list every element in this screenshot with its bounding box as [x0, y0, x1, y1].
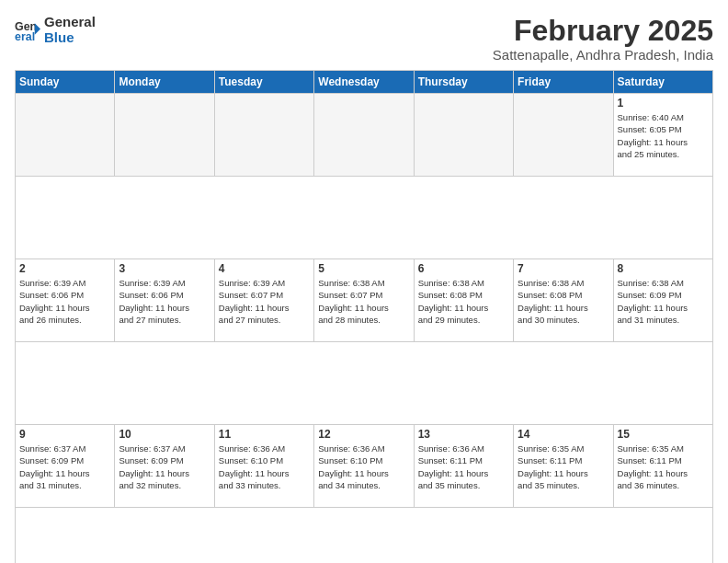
calendar-week-0: 1Sunrise: 6:40 AM Sunset: 6:05 PM Daylig… — [16, 94, 713, 177]
day-info: Sunrise: 6:39 AM Sunset: 6:06 PM Dayligh… — [19, 277, 110, 326]
day-number: 12 — [318, 428, 409, 441]
day-info: Sunrise: 6:40 AM Sunset: 6:05 PM Dayligh… — [618, 111, 709, 160]
logo-line1: General — [44, 15, 96, 30]
day-number: 8 — [618, 262, 709, 275]
logo-icon: Gen eral — [15, 17, 40, 43]
day-number: 4 — [219, 262, 310, 275]
calendar-header-row: SundayMondayTuesdayWednesdayThursdayFrid… — [16, 71, 713, 94]
calendar-cell: 12Sunrise: 6:36 AM Sunset: 6:10 PM Dayli… — [314, 425, 414, 508]
header-thursday: Thursday — [414, 71, 513, 94]
title-area: February 2025 Sattenapalle, Andhra Prade… — [493, 15, 713, 63]
month-title: February 2025 — [493, 15, 713, 47]
day-info: Sunrise: 6:39 AM Sunset: 6:07 PM Dayligh… — [219, 277, 310, 326]
header-saturday: Saturday — [613, 71, 712, 94]
day-number: 3 — [119, 262, 210, 275]
day-number: 11 — [219, 428, 310, 441]
day-info: Sunrise: 6:38 AM Sunset: 6:09 PM Dayligh… — [618, 277, 709, 326]
day-number: 1 — [618, 97, 709, 109]
header: Gen eral General Blue February 2025 Satt… — [15, 15, 713, 63]
calendar-cell: 8Sunrise: 6:38 AM Sunset: 6:09 PM Daylig… — [613, 259, 712, 342]
calendar-cell — [514, 94, 613, 177]
day-number: 13 — [418, 428, 509, 441]
day-number: 10 — [119, 428, 210, 441]
week-spacer — [16, 342, 713, 425]
calendar-week-2: 9Sunrise: 6:37 AM Sunset: 6:09 PM Daylig… — [16, 425, 713, 508]
calendar-cell: 5Sunrise: 6:38 AM Sunset: 6:07 PM Daylig… — [314, 259, 414, 342]
calendar-cell — [314, 94, 414, 177]
svg-text:eral: eral — [15, 29, 35, 42]
calendar-cell: 2Sunrise: 6:39 AM Sunset: 6:06 PM Daylig… — [16, 259, 115, 342]
calendar-cell: 4Sunrise: 6:39 AM Sunset: 6:07 PM Daylig… — [214, 259, 313, 342]
day-info: Sunrise: 6:38 AM Sunset: 6:08 PM Dayligh… — [418, 277, 509, 326]
calendar-cell: 6Sunrise: 6:38 AM Sunset: 6:08 PM Daylig… — [414, 259, 513, 342]
calendar-cell — [414, 94, 513, 177]
calendar-cell — [16, 94, 115, 177]
location-title: Sattenapalle, Andhra Pradesh, India — [493, 47, 713, 63]
calendar-cell: 13Sunrise: 6:36 AM Sunset: 6:11 PM Dayli… — [414, 425, 513, 508]
header-wednesday: Wednesday — [314, 71, 414, 94]
day-info: Sunrise: 6:35 AM Sunset: 6:11 PM Dayligh… — [518, 442, 609, 491]
day-info: Sunrise: 6:38 AM Sunset: 6:08 PM Dayligh… — [518, 277, 609, 326]
header-sunday: Sunday — [16, 71, 115, 94]
calendar-cell: 1Sunrise: 6:40 AM Sunset: 6:05 PM Daylig… — [613, 94, 712, 177]
day-number: 14 — [518, 428, 609, 441]
day-info: Sunrise: 6:36 AM Sunset: 6:11 PM Dayligh… — [418, 442, 509, 491]
day-number: 9 — [19, 428, 110, 441]
day-number: 7 — [518, 262, 609, 275]
day-info: Sunrise: 6:39 AM Sunset: 6:06 PM Dayligh… — [119, 277, 210, 326]
logo-line2: Blue — [44, 30, 96, 46]
week-spacer — [16, 177, 713, 259]
calendar-cell: 11Sunrise: 6:36 AM Sunset: 6:10 PM Dayli… — [214, 425, 313, 508]
calendar-week-1: 2Sunrise: 6:39 AM Sunset: 6:06 PM Daylig… — [16, 259, 713, 342]
week-spacer — [16, 508, 713, 563]
calendar-cell — [115, 94, 214, 177]
day-info: Sunrise: 6:36 AM Sunset: 6:10 PM Dayligh… — [318, 442, 409, 491]
header-friday: Friday — [514, 71, 613, 94]
day-info: Sunrise: 6:35 AM Sunset: 6:11 PM Dayligh… — [618, 442, 709, 491]
header-monday: Monday — [115, 71, 214, 94]
day-info: Sunrise: 6:38 AM Sunset: 6:07 PM Dayligh… — [318, 277, 409, 326]
calendar-cell: 3Sunrise: 6:39 AM Sunset: 6:06 PM Daylig… — [115, 259, 214, 342]
day-info: Sunrise: 6:37 AM Sunset: 6:09 PM Dayligh… — [19, 442, 110, 491]
day-number: 5 — [318, 262, 409, 275]
logo: Gen eral General Blue — [15, 15, 96, 45]
day-number: 2 — [19, 262, 110, 275]
calendar-cell: 7Sunrise: 6:38 AM Sunset: 6:08 PM Daylig… — [514, 259, 613, 342]
calendar-cell: 14Sunrise: 6:35 AM Sunset: 6:11 PM Dayli… — [514, 425, 613, 508]
svg-marker-2 — [35, 23, 40, 34]
calendar-cell — [214, 94, 313, 177]
calendar-cell: 15Sunrise: 6:35 AM Sunset: 6:11 PM Dayli… — [613, 425, 712, 508]
calendar-cell: 10Sunrise: 6:37 AM Sunset: 6:09 PM Dayli… — [115, 425, 214, 508]
day-info: Sunrise: 6:36 AM Sunset: 6:10 PM Dayligh… — [219, 442, 310, 491]
day-info: Sunrise: 6:37 AM Sunset: 6:09 PM Dayligh… — [119, 442, 210, 491]
day-number: 6 — [418, 262, 509, 275]
day-number: 15 — [618, 428, 709, 441]
calendar: SundayMondayTuesdayWednesdayThursdayFrid… — [15, 70, 713, 563]
calendar-cell: 9Sunrise: 6:37 AM Sunset: 6:09 PM Daylig… — [16, 425, 115, 508]
header-tuesday: Tuesday — [214, 71, 313, 94]
